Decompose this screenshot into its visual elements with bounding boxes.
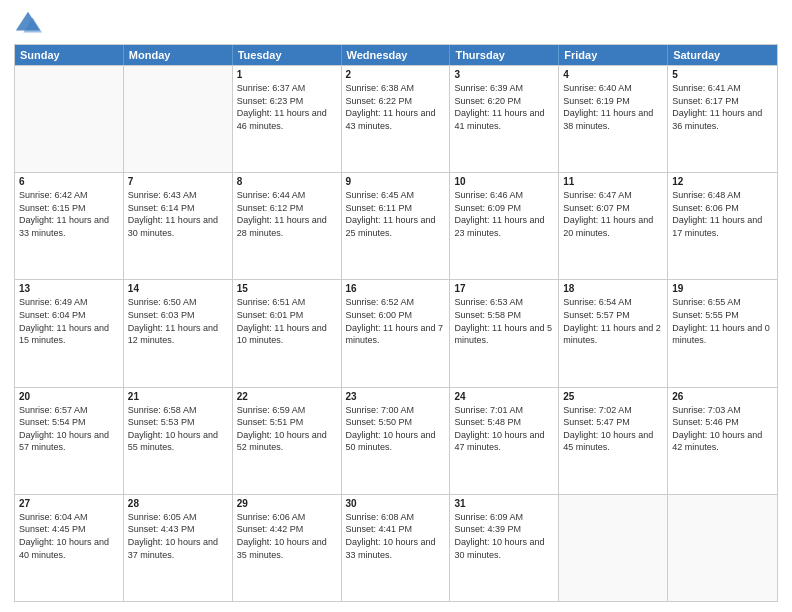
daylight-text: Daylight: 11 hours and 41 minutes. [454,107,554,132]
day-number: 4 [563,69,663,80]
day-number: 21 [128,391,228,402]
daylight-text: Daylight: 10 hours and 47 minutes. [454,429,554,454]
daylight-text: Daylight: 11 hours and 10 minutes. [237,322,337,347]
cal-cell: 26Sunrise: 7:03 AMSunset: 5:46 PMDayligh… [668,388,777,494]
sunset-text: Sunset: 6:00 PM [346,309,446,322]
sunset-text: Sunset: 5:50 PM [346,416,446,429]
sunset-text: Sunset: 4:43 PM [128,523,228,536]
cal-cell: 29Sunrise: 6:06 AMSunset: 4:42 PMDayligh… [233,495,342,601]
cal-cell [668,495,777,601]
day-number: 7 [128,176,228,187]
cal-row-1: 6Sunrise: 6:42 AMSunset: 6:15 PMDaylight… [15,172,777,279]
day-number: 10 [454,176,554,187]
sunrise-text: Sunrise: 6:57 AM [19,404,119,417]
daylight-text: Daylight: 11 hours and 7 minutes. [346,322,446,347]
sunrise-text: Sunrise: 6:51 AM [237,296,337,309]
day-number: 15 [237,283,337,294]
daylight-text: Daylight: 10 hours and 52 minutes. [237,429,337,454]
sunset-text: Sunset: 5:53 PM [128,416,228,429]
sunrise-text: Sunrise: 7:02 AM [563,404,663,417]
sunrise-text: Sunrise: 6:05 AM [128,511,228,524]
sunset-text: Sunset: 5:55 PM [672,309,773,322]
cal-cell: 18Sunrise: 6:54 AMSunset: 5:57 PMDayligh… [559,280,668,386]
daylight-text: Daylight: 11 hours and 46 minutes. [237,107,337,132]
sunset-text: Sunset: 4:41 PM [346,523,446,536]
logo [14,10,46,38]
daylight-text: Daylight: 10 hours and 57 minutes. [19,429,119,454]
day-number: 2 [346,69,446,80]
cal-cell [124,66,233,172]
day-number: 11 [563,176,663,187]
cal-cell [559,495,668,601]
sunrise-text: Sunrise: 6:43 AM [128,189,228,202]
sunrise-text: Sunrise: 6:37 AM [237,82,337,95]
sunset-text: Sunset: 5:47 PM [563,416,663,429]
daylight-text: Daylight: 11 hours and 0 minutes. [672,322,773,347]
day-number: 24 [454,391,554,402]
daylight-text: Daylight: 11 hours and 43 minutes. [346,107,446,132]
day-number: 6 [19,176,119,187]
sunrise-text: Sunrise: 6:39 AM [454,82,554,95]
day-number: 23 [346,391,446,402]
day-number: 30 [346,498,446,509]
weekday-header-monday: Monday [124,45,233,65]
weekday-header-tuesday: Tuesday [233,45,342,65]
daylight-text: Daylight: 10 hours and 50 minutes. [346,429,446,454]
daylight-text: Daylight: 11 hours and 38 minutes. [563,107,663,132]
daylight-text: Daylight: 10 hours and 33 minutes. [346,536,446,561]
cal-cell: 5Sunrise: 6:41 AMSunset: 6:17 PMDaylight… [668,66,777,172]
day-number: 13 [19,283,119,294]
daylight-text: Daylight: 11 hours and 20 minutes. [563,214,663,239]
day-number: 29 [237,498,337,509]
daylight-text: Daylight: 10 hours and 30 minutes. [454,536,554,561]
weekday-header-friday: Friday [559,45,668,65]
sunrise-text: Sunrise: 6:50 AM [128,296,228,309]
sunrise-text: Sunrise: 6:06 AM [237,511,337,524]
day-number: 17 [454,283,554,294]
sunrise-text: Sunrise: 6:48 AM [672,189,773,202]
daylight-text: Daylight: 11 hours and 15 minutes. [19,322,119,347]
sunset-text: Sunset: 6:09 PM [454,202,554,215]
day-number: 16 [346,283,446,294]
cal-cell: 12Sunrise: 6:48 AMSunset: 6:06 PMDayligh… [668,173,777,279]
day-number: 19 [672,283,773,294]
daylight-text: Daylight: 10 hours and 55 minutes. [128,429,228,454]
sunrise-text: Sunrise: 6:45 AM [346,189,446,202]
cal-cell: 21Sunrise: 6:58 AMSunset: 5:53 PMDayligh… [124,388,233,494]
day-number: 28 [128,498,228,509]
day-number: 27 [19,498,119,509]
cal-cell: 6Sunrise: 6:42 AMSunset: 6:15 PMDaylight… [15,173,124,279]
day-number: 20 [19,391,119,402]
day-number: 5 [672,69,773,80]
day-number: 9 [346,176,446,187]
cal-cell: 2Sunrise: 6:38 AMSunset: 6:22 PMDaylight… [342,66,451,172]
sunrise-text: Sunrise: 6:44 AM [237,189,337,202]
cal-cell: 14Sunrise: 6:50 AMSunset: 6:03 PMDayligh… [124,280,233,386]
daylight-text: Daylight: 11 hours and 5 minutes. [454,322,554,347]
sunset-text: Sunset: 5:57 PM [563,309,663,322]
sunset-text: Sunset: 6:04 PM [19,309,119,322]
cal-row-3: 20Sunrise: 6:57 AMSunset: 5:54 PMDayligh… [15,387,777,494]
sunrise-text: Sunrise: 6:46 AM [454,189,554,202]
cal-cell: 24Sunrise: 7:01 AMSunset: 5:48 PMDayligh… [450,388,559,494]
sunset-text: Sunset: 6:07 PM [563,202,663,215]
sunset-text: Sunset: 5:51 PM [237,416,337,429]
sunrise-text: Sunrise: 6:54 AM [563,296,663,309]
cal-cell: 13Sunrise: 6:49 AMSunset: 6:04 PMDayligh… [15,280,124,386]
sunset-text: Sunset: 4:39 PM [454,523,554,536]
calendar: SundayMondayTuesdayWednesdayThursdayFrid… [14,44,778,602]
sunset-text: Sunset: 4:42 PM [237,523,337,536]
sunrise-text: Sunrise: 6:09 AM [454,511,554,524]
sunset-text: Sunset: 6:20 PM [454,95,554,108]
sunrise-text: Sunrise: 6:59 AM [237,404,337,417]
cal-cell: 17Sunrise: 6:53 AMSunset: 5:58 PMDayligh… [450,280,559,386]
cal-cell: 3Sunrise: 6:39 AMSunset: 6:20 PMDaylight… [450,66,559,172]
weekday-header-thursday: Thursday [450,45,559,65]
daylight-text: Daylight: 11 hours and 30 minutes. [128,214,228,239]
logo-icon [14,10,42,38]
sunset-text: Sunset: 6:03 PM [128,309,228,322]
day-number: 8 [237,176,337,187]
daylight-text: Daylight: 11 hours and 12 minutes. [128,322,228,347]
daylight-text: Daylight: 11 hours and 36 minutes. [672,107,773,132]
daylight-text: Daylight: 10 hours and 35 minutes. [237,536,337,561]
